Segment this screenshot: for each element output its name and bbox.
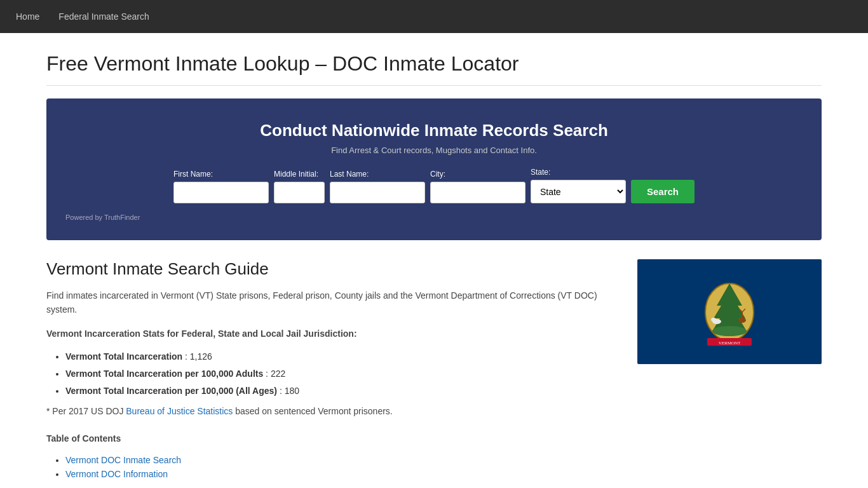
powered-by: Powered by TruthFinder — [59, 214, 809, 221]
flag-svg: VERMONT — [695, 271, 764, 353]
search-form: First Name: Middle Initial: Last Name: C… — [59, 168, 809, 221]
nav-home[interactable]: Home — [13, 2, 43, 31]
state-select[interactable]: State ALAKAZAR CACOCTDE FLGAHIID ILINIAK… — [531, 180, 626, 203]
list-item: Vermont Total Incarceration per 100,000 … — [65, 367, 618, 381]
toc-link-doc-search[interactable]: Vermont DOC Inmate Search — [65, 455, 181, 465]
last-name-label: Last Name: — [330, 170, 369, 179]
stats-note: * Per 2017 US DOJ Bureau of Justice Stat… — [46, 404, 618, 418]
first-name-label: First Name: — [173, 170, 213, 179]
stats-note-suffix: based on sentenced Vermont prisoners. — [233, 406, 392, 416]
search-banner: Conduct Nationwide Inmate Records Search… — [46, 98, 822, 240]
content-left: Vermont Inmate Search Guide Find inmates… — [46, 259, 618, 483]
content-right: VERMONT — [637, 259, 822, 483]
first-name-input[interactable] — [173, 182, 269, 203]
stat-value-0: : 1,126 — [185, 351, 212, 362]
main-content: Free Vermont Inmate Lookup – DOC Inmate … — [34, 33, 834, 488]
stat-value-1: : 222 — [266, 369, 285, 379]
guide-description: Find inmates incarcerated in Vermont (VT… — [46, 288, 618, 317]
svg-point-2 — [712, 326, 747, 336]
city-label: City: — [430, 170, 445, 179]
last-name-input[interactable] — [330, 182, 425, 203]
svg-point-3 — [738, 318, 746, 323]
stats-note-prefix: * Per 2017 US DOJ — [46, 406, 126, 416]
nav-federal-search[interactable]: Federal Inmate Search — [55, 2, 152, 31]
vermont-flag: VERMONT — [637, 259, 822, 364]
toc-link-doc-info[interactable]: Vermont DOC Information — [65, 469, 168, 479]
toc-heading: Table of Contents — [46, 431, 618, 445]
stat-label-2: Vermont Total Incarceration per 100,000 … — [65, 386, 277, 396]
city-input[interactable] — [430, 182, 526, 203]
stat-label-0: Vermont Total Incarceration — [65, 351, 182, 362]
list-item: Vermont DOC Inmate Search — [65, 455, 618, 465]
first-name-group: First Name: — [173, 170, 269, 203]
svg-text:VERMONT: VERMONT — [719, 341, 741, 346]
main-nav: Home Federal Inmate Search — [0, 0, 868, 33]
page-title: Free Vermont Inmate Lookup – DOC Inmate … — [46, 52, 822, 86]
list-item: Vermont Total Incarceration : 1,126 — [65, 350, 618, 363]
stats-heading: Vermont Incarceration Stats for Federal,… — [46, 327, 618, 341]
last-name-group: Last Name: — [330, 170, 425, 203]
list-item: Vermont DOC Information — [65, 469, 618, 479]
bjs-link[interactable]: Bureau of Justice Statistics — [126, 406, 233, 416]
stat-label-1: Vermont Total Incarceration per 100,000 … — [65, 369, 263, 379]
middle-initial-input[interactable] — [274, 182, 325, 203]
city-group: City: — [430, 170, 526, 203]
stat-value-2: : 180 — [280, 386, 299, 396]
search-button[interactable]: Search — [631, 180, 695, 203]
middle-initial-label: Middle Initial: — [274, 170, 318, 179]
guide-title: Vermont Inmate Search Guide — [46, 259, 618, 279]
toc-list: Vermont DOC Inmate Search Vermont DOC In… — [46, 455, 618, 479]
state-group: State: State ALAKAZAR CACOCTDE FLGAHIID … — [531, 168, 626, 203]
svg-point-8 — [711, 318, 716, 322]
list-item: Vermont Total Incarceration per 100,000 … — [65, 384, 618, 398]
banner-subtitle: Find Arrest & Court records, Mugshots an… — [59, 146, 809, 155]
state-label: State: — [531, 168, 550, 177]
stats-list: Vermont Total Incarceration : 1,126 Verm… — [46, 350, 618, 398]
middle-initial-group: Middle Initial: — [274, 170, 325, 203]
content-section: Vermont Inmate Search Guide Find inmates… — [46, 259, 822, 483]
banner-heading: Conduct Nationwide Inmate Records Search — [59, 121, 809, 140]
